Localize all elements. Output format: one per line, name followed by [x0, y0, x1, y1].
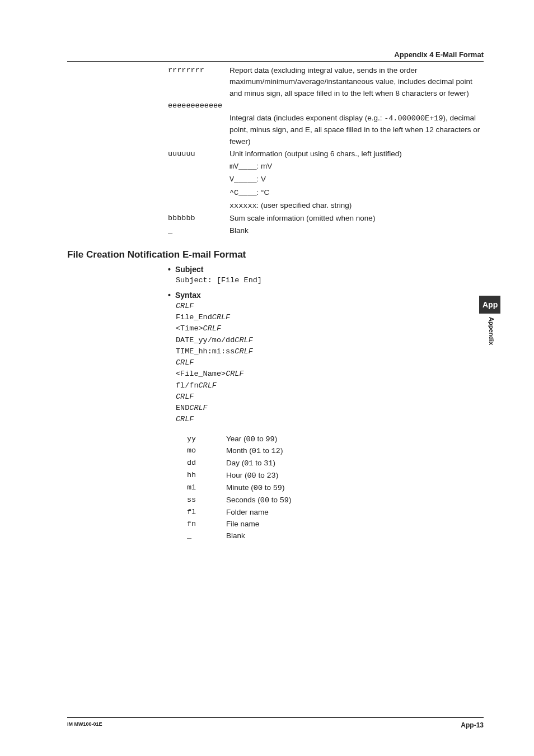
syntax-heading: Syntax	[175, 291, 201, 300]
def-code: _	[168, 225, 229, 236]
section-heading: File Creation Notification E-mail Format	[67, 249, 484, 260]
side-tab: App	[479, 296, 500, 314]
page-header: Appendix 4 E-Mail Format	[67, 50, 484, 62]
definitions-block: rrrrrrrr Report data (excluding integral…	[168, 65, 484, 237]
def-code: bbbbbb	[168, 213, 229, 224]
bullet-icon: •	[168, 265, 171, 274]
def-desc: Sum scale information (omitted when none…	[229, 213, 484, 224]
def-code: eeeeeeeeeeee	[168, 100, 222, 111]
footer-page-number: App-13	[461, 721, 484, 729]
footer-doc-id: IM MW100-01E	[67, 721, 102, 729]
subject-section: •Subject Subject: [File End]	[168, 265, 484, 286]
syntax-block: CRLF File_EndCRLF <Time>CRLF DATE_yy/mo/…	[176, 301, 484, 426]
def-desc: Integral data (includes exponent display…	[229, 113, 484, 147]
side-label: Appendix	[488, 317, 495, 345]
def-desc: Unit information (output using 6 chars.,…	[229, 148, 484, 160]
subject-heading: Subject	[175, 265, 204, 274]
syntax-section: •Syntax CRLF File_EndCRLF <Time>CRLF DAT…	[168, 291, 484, 542]
page-header-title: Appendix 4 E-Mail Format	[394, 50, 484, 59]
def-desc: Blank	[229, 225, 484, 236]
parameter-list: yyYear (00 to 99) moMonth (01 to 12) ddD…	[187, 433, 484, 542]
def-code: rrrrrrrr	[168, 65, 229, 76]
def-desc: Report data (excluding integral value, s…	[229, 65, 484, 99]
bullet-icon: •	[168, 291, 171, 300]
def-code: uuuuuu	[168, 148, 229, 160]
page-footer: IM MW100-01E App-13	[67, 717, 484, 729]
